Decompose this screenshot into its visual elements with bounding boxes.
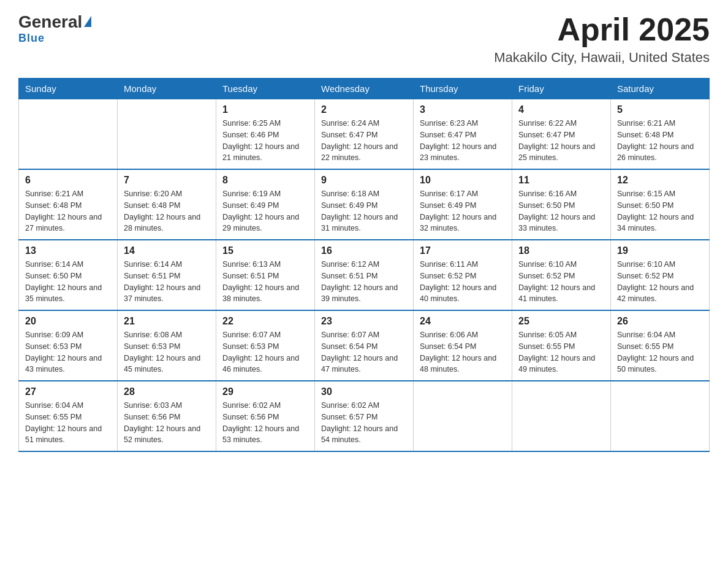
calendar-cell: 24Sunrise: 6:06 AM Sunset: 6:54 PM Dayli… xyxy=(414,310,512,381)
day-number: 3 xyxy=(420,104,506,115)
calendar-cell: 21Sunrise: 6:08 AM Sunset: 6:53 PM Dayli… xyxy=(118,310,216,381)
day-info: Sunrise: 6:12 AM Sunset: 6:51 PM Dayligh… xyxy=(321,259,407,305)
calendar-cell: 13Sunrise: 6:14 AM Sunset: 6:50 PM Dayli… xyxy=(19,240,118,310)
day-info: Sunrise: 6:14 AM Sunset: 6:50 PM Dayligh… xyxy=(25,259,111,305)
calendar-header: Sunday Monday Tuesday Wednesday Thursday… xyxy=(19,79,710,99)
day-number: 14 xyxy=(124,245,210,256)
day-info: Sunrise: 6:19 AM Sunset: 6:49 PM Dayligh… xyxy=(222,188,308,234)
calendar-cell: 6Sunrise: 6:21 AM Sunset: 6:48 PM Daylig… xyxy=(19,169,118,240)
day-number: 1 xyxy=(222,104,308,115)
calendar-cell: 8Sunrise: 6:19 AM Sunset: 6:49 PM Daylig… xyxy=(216,169,315,240)
day-info: Sunrise: 6:22 AM Sunset: 6:47 PM Dayligh… xyxy=(518,118,604,164)
day-number: 10 xyxy=(420,175,506,186)
calendar-cell: 20Sunrise: 6:09 AM Sunset: 6:53 PM Dayli… xyxy=(19,310,118,381)
calendar-cell: 11Sunrise: 6:16 AM Sunset: 6:50 PM Dayli… xyxy=(512,169,611,240)
calendar-cell: 18Sunrise: 6:10 AM Sunset: 6:52 PM Dayli… xyxy=(512,240,611,310)
day-info: Sunrise: 6:21 AM Sunset: 6:48 PM Dayligh… xyxy=(25,188,111,234)
header-sunday: Sunday xyxy=(19,79,118,99)
day-number: 16 xyxy=(321,245,407,256)
header-thursday: Thursday xyxy=(414,79,512,99)
day-info: Sunrise: 6:04 AM Sunset: 6:55 PM Dayligh… xyxy=(25,400,111,446)
day-number: 12 xyxy=(617,175,703,186)
calendar-cell xyxy=(19,99,118,170)
calendar-cell: 7Sunrise: 6:20 AM Sunset: 6:48 PM Daylig… xyxy=(118,169,216,240)
day-info: Sunrise: 6:07 AM Sunset: 6:53 PM Dayligh… xyxy=(222,329,308,375)
page-header: General Blue April 2025 Makakilo City, H… xyxy=(18,12,710,66)
day-number: 4 xyxy=(518,104,604,115)
calendar-cell: 26Sunrise: 6:04 AM Sunset: 6:55 PM Dayli… xyxy=(611,310,710,381)
logo-triangle-icon xyxy=(84,16,91,27)
logo-general-text: General xyxy=(18,12,82,32)
day-info: Sunrise: 6:24 AM Sunset: 6:47 PM Dayligh… xyxy=(321,118,407,164)
day-info: Sunrise: 6:25 AM Sunset: 6:46 PM Dayligh… xyxy=(222,118,308,164)
day-number: 29 xyxy=(222,386,308,397)
day-number: 25 xyxy=(518,316,604,327)
header-row: Sunday Monday Tuesday Wednesday Thursday… xyxy=(19,79,710,99)
calendar-cell xyxy=(512,381,611,451)
day-number: 23 xyxy=(321,316,407,327)
calendar-cell: 14Sunrise: 6:14 AM Sunset: 6:51 PM Dayli… xyxy=(118,240,216,310)
day-info: Sunrise: 6:13 AM Sunset: 6:51 PM Dayligh… xyxy=(222,259,308,305)
calendar-cell: 30Sunrise: 6:02 AM Sunset: 6:57 PM Dayli… xyxy=(315,381,414,451)
calendar-cell: 5Sunrise: 6:21 AM Sunset: 6:48 PM Daylig… xyxy=(611,99,710,170)
calendar-cell: 16Sunrise: 6:12 AM Sunset: 6:51 PM Dayli… xyxy=(315,240,414,310)
day-info: Sunrise: 6:17 AM Sunset: 6:49 PM Dayligh… xyxy=(420,188,506,234)
calendar-cell: 15Sunrise: 6:13 AM Sunset: 6:51 PM Dayli… xyxy=(216,240,315,310)
day-info: Sunrise: 6:16 AM Sunset: 6:50 PM Dayligh… xyxy=(518,188,604,234)
calendar-cell: 4Sunrise: 6:22 AM Sunset: 6:47 PM Daylig… xyxy=(512,99,611,170)
day-number: 2 xyxy=(321,104,407,115)
header-saturday: Saturday xyxy=(611,79,710,99)
calendar-cell: 12Sunrise: 6:15 AM Sunset: 6:50 PM Dayli… xyxy=(611,169,710,240)
calendar-table: Sunday Monday Tuesday Wednesday Thursday… xyxy=(18,78,710,452)
calendar-week-1: 6Sunrise: 6:21 AM Sunset: 6:48 PM Daylig… xyxy=(19,169,710,240)
calendar-cell: 2Sunrise: 6:24 AM Sunset: 6:47 PM Daylig… xyxy=(315,99,414,170)
day-number: 27 xyxy=(25,386,111,397)
day-number: 20 xyxy=(25,316,111,327)
calendar-week-0: 1Sunrise: 6:25 AM Sunset: 6:46 PM Daylig… xyxy=(19,99,710,170)
calendar-cell: 28Sunrise: 6:03 AM Sunset: 6:56 PM Dayli… xyxy=(118,381,216,451)
header-friday: Friday xyxy=(512,79,611,99)
day-number: 18 xyxy=(518,245,604,256)
day-info: Sunrise: 6:10 AM Sunset: 6:52 PM Dayligh… xyxy=(518,259,604,305)
day-number: 22 xyxy=(222,316,308,327)
day-info: Sunrise: 6:10 AM Sunset: 6:52 PM Dayligh… xyxy=(617,259,703,305)
calendar-week-4: 27Sunrise: 6:04 AM Sunset: 6:55 PM Dayli… xyxy=(19,381,710,451)
calendar-cell: 22Sunrise: 6:07 AM Sunset: 6:53 PM Dayli… xyxy=(216,310,315,381)
calendar-cell xyxy=(611,381,710,451)
day-info: Sunrise: 6:20 AM Sunset: 6:48 PM Dayligh… xyxy=(124,188,210,234)
day-number: 5 xyxy=(617,104,703,115)
calendar-cell: 23Sunrise: 6:07 AM Sunset: 6:54 PM Dayli… xyxy=(315,310,414,381)
calendar-cell: 1Sunrise: 6:25 AM Sunset: 6:46 PM Daylig… xyxy=(216,99,315,170)
calendar-week-2: 13Sunrise: 6:14 AM Sunset: 6:50 PM Dayli… xyxy=(19,240,710,310)
calendar-week-3: 20Sunrise: 6:09 AM Sunset: 6:53 PM Dayli… xyxy=(19,310,710,381)
header-tuesday: Tuesday xyxy=(216,79,315,99)
calendar-body: 1Sunrise: 6:25 AM Sunset: 6:46 PM Daylig… xyxy=(19,99,710,452)
day-number: 28 xyxy=(124,386,210,397)
header-wednesday: Wednesday xyxy=(315,79,414,99)
day-number: 17 xyxy=(420,245,506,256)
calendar-cell: 19Sunrise: 6:10 AM Sunset: 6:52 PM Dayli… xyxy=(611,240,710,310)
calendar-cell: 17Sunrise: 6:11 AM Sunset: 6:52 PM Dayli… xyxy=(414,240,512,310)
calendar-cell: 3Sunrise: 6:23 AM Sunset: 6:47 PM Daylig… xyxy=(414,99,512,170)
header-monday: Monday xyxy=(118,79,216,99)
day-info: Sunrise: 6:07 AM Sunset: 6:54 PM Dayligh… xyxy=(321,329,407,375)
day-number: 19 xyxy=(617,245,703,256)
logo: General Blue xyxy=(18,12,91,45)
day-info: Sunrise: 6:18 AM Sunset: 6:49 PM Dayligh… xyxy=(321,188,407,234)
day-info: Sunrise: 6:02 AM Sunset: 6:57 PM Dayligh… xyxy=(321,400,407,446)
calendar-cell xyxy=(118,99,216,170)
day-info: Sunrise: 6:04 AM Sunset: 6:55 PM Dayligh… xyxy=(617,329,703,375)
calendar-cell: 9Sunrise: 6:18 AM Sunset: 6:49 PM Daylig… xyxy=(315,169,414,240)
day-number: 30 xyxy=(321,386,407,397)
day-number: 21 xyxy=(124,316,210,327)
day-info: Sunrise: 6:14 AM Sunset: 6:51 PM Dayligh… xyxy=(124,259,210,305)
day-number: 24 xyxy=(420,316,506,327)
day-number: 13 xyxy=(25,245,111,256)
calendar-cell: 10Sunrise: 6:17 AM Sunset: 6:49 PM Dayli… xyxy=(414,169,512,240)
day-info: Sunrise: 6:11 AM Sunset: 6:52 PM Dayligh… xyxy=(420,259,506,305)
day-number: 11 xyxy=(518,175,604,186)
day-info: Sunrise: 6:03 AM Sunset: 6:56 PM Dayligh… xyxy=(124,400,210,446)
day-info: Sunrise: 6:08 AM Sunset: 6:53 PM Dayligh… xyxy=(124,329,210,375)
calendar-cell: 27Sunrise: 6:04 AM Sunset: 6:55 PM Dayli… xyxy=(19,381,118,451)
calendar-cell: 29Sunrise: 6:02 AM Sunset: 6:56 PM Dayli… xyxy=(216,381,315,451)
